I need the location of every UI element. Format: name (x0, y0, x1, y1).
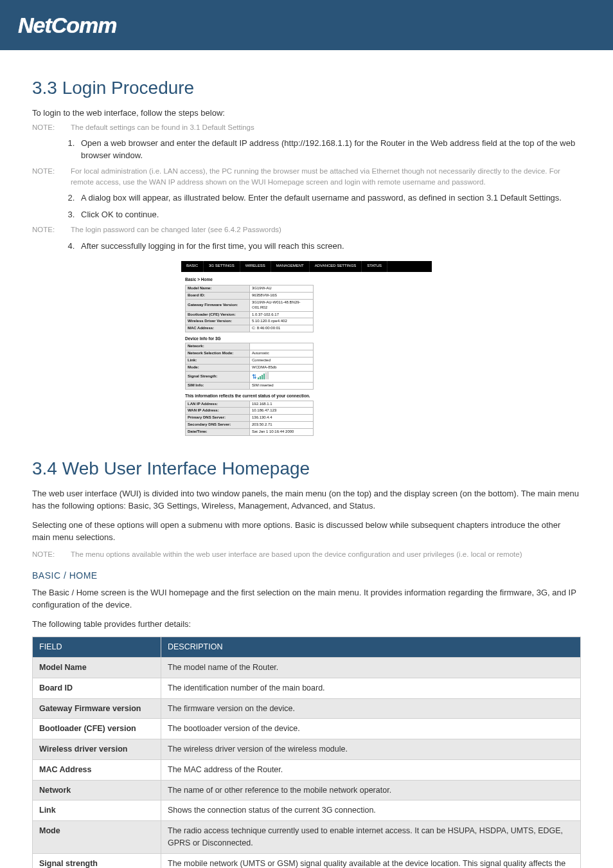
note-label: NOTE: (32, 224, 71, 235)
th-field: FIELD (33, 637, 161, 658)
info-key: Network: (186, 343, 250, 350)
info-value: 136.130.4.4 (250, 415, 314, 422)
note-label: NOTE: (32, 122, 71, 133)
wui-tabs: BASIC3G SETTINGSWIRELESSMANAGEMENTADVANC… (181, 261, 432, 272)
field-name: Network (33, 780, 161, 800)
info-value: Automatic (250, 350, 314, 357)
info-value: Sat Jan 1 10:16:44 2000 (250, 428, 314, 435)
info-key: Board ID: (186, 293, 250, 300)
info-key: LAN IP Address: (186, 401, 250, 408)
info-value: WCDMA-85db (250, 364, 314, 371)
info-key: SIM Info: (186, 383, 250, 390)
note-2: NOTE: For local administration (i.e. LAN… (32, 166, 581, 188)
field-name: MAC Address (33, 759, 161, 780)
note-text: The default settings can be found in 3.1… (71, 122, 581, 133)
wui-tab: WIRELESS (240, 261, 271, 272)
table-row: NetworkThe name of or other reference to… (33, 780, 581, 800)
info-value: 203.50.2.71 (250, 421, 314, 428)
device-info-heading: Device Info for 3G (185, 336, 428, 341)
info-key: Bootloader (CFE) Version: (186, 311, 250, 318)
wui-tab: STATUS (362, 261, 387, 272)
info-value: SIM inserted (250, 383, 314, 390)
info-value: ⇅ (250, 371, 314, 383)
field-name: Wireless driver version (33, 739, 161, 760)
wui-tab: MANAGEMENT (271, 261, 310, 272)
field-description: The name of or other reference to the mo… (161, 780, 581, 800)
note-text: For local administration (i.e. LAN acces… (71, 166, 581, 188)
wui-heading: 3.4 Web User Interface Homepage (32, 455, 581, 482)
field-description: The bootloader version of the device. (161, 719, 581, 739)
steps-list-c: After successfully logging in for the fi… (58, 240, 581, 253)
wui-para1: The web user interface (WUI) is divided … (32, 487, 581, 512)
step-4: After successfully logging in for the fi… (77, 240, 581, 253)
info-key: Primary DNS Server: (186, 415, 250, 422)
info-key: Date/Time: (186, 428, 250, 435)
wui-tab: ADVANCED SETTINGS (310, 261, 362, 272)
info-value: 3G19W-AU (250, 285, 314, 293)
wui-shot: BASIC3G SETTINGSWIRELESSMANAGEMENTADVANC… (181, 261, 432, 444)
field-name: Link (33, 800, 161, 821)
note-label: NOTE: (32, 549, 71, 560)
info-value: 96358VW-16S (250, 293, 314, 300)
wui-note: NOTE: The menu options available within … (32, 549, 581, 560)
brand-logo: NetComm (18, 9, 117, 42)
step-1: Open a web browser and enter the default… (77, 137, 581, 162)
step-3: Click OK to continue. (77, 208, 581, 221)
wui-tab: 3G SETTINGS (204, 261, 240, 272)
note-text: The login password can be changed later … (71, 224, 581, 235)
info-value: 10.186.47.123 (250, 408, 314, 415)
info-value: 1.0.37-102.6.17 (250, 311, 314, 318)
field-name: Gateway Firmware version (33, 698, 161, 719)
wui-para2: Selecting one of these options will open… (32, 519, 581, 544)
field-description-table: FIELD DESCRIPTION Model NameThe model na… (32, 637, 581, 868)
field-description: The firmware version on the device. (161, 698, 581, 719)
info-value: C: 8:46:00:00:01 (250, 325, 314, 332)
info-key: Secondary DNS Server: (186, 421, 250, 428)
info-key: MAC Address: (186, 325, 250, 332)
basic-home-para: The Basic / Home screen is the WUI homep… (32, 586, 581, 611)
info-value: 3G19W-AU-W011-48.BN29-O01.R02 (250, 300, 314, 312)
page-content: 3.3 Login Procedure To login to the web … (0, 50, 613, 868)
info-key: Network Selection Mode: (186, 350, 250, 357)
wui-screenshot: BASIC3G SETTINGSWIRELESSMANAGEMENTADVANC… (32, 261, 581, 444)
steps-list-a: Open a web browser and enter the default… (58, 137, 581, 162)
info-value: 192.168.1.1 (250, 401, 314, 408)
info-block-3: LAN IP Address:192.168.1.1WAN IP Address… (185, 401, 314, 436)
login-intro: To login to the web interface, follow th… (32, 107, 581, 120)
table-row: Bootloader (CFE) versionThe bootloader v… (33, 719, 581, 739)
info-value (250, 343, 314, 350)
field-description: The wireless driver version of the wirel… (161, 739, 581, 760)
field-name: Signal strength (33, 853, 161, 868)
th-description: DESCRIPTION (161, 637, 581, 658)
field-description: The mobile network (UMTS or GSM) signal … (161, 853, 581, 868)
info-key: WAN IP Address: (186, 408, 250, 415)
info-key: Model Name: (186, 285, 250, 293)
info-value: 5.10.120.0.cpe4.402 (250, 318, 314, 325)
field-name: Board ID (33, 678, 161, 698)
table-row: MAC AddressThe MAC address of the Router… (33, 759, 581, 780)
note-text: The menu options available within the we… (71, 549, 581, 560)
info-block-1: Model Name:3G19W-AUBoard ID:96358VW-16SG… (185, 285, 314, 332)
field-description: The MAC address of the Router. (161, 759, 581, 780)
field-name: Bootloader (CFE) version (33, 719, 161, 739)
step-2: A dialog box will appear, as illustrated… (77, 192, 581, 204)
info-key: Link: (186, 357, 250, 365)
table-row: Board IDThe identification number of the… (33, 678, 581, 698)
info-value: Connected (250, 357, 314, 365)
basic-home-heading: BASIC / HOME (32, 569, 581, 583)
field-name: Model Name (33, 658, 161, 678)
field-name: Mode (33, 821, 161, 854)
info-block-2: Network:Network Selection Mode:Automatic… (185, 343, 314, 390)
note-label: NOTE: (32, 166, 71, 188)
header-banner: NetComm (0, 0, 613, 50)
info-key: Wireless Driver Version: (186, 318, 250, 325)
table-intro: The following table provides further det… (32, 618, 581, 631)
wui-body: Basic > Home Model Name:3G19W-AUBoard ID… (181, 272, 432, 444)
note-3: NOTE: The login password can be changed … (32, 224, 581, 235)
info-key: Mode: (186, 364, 250, 371)
field-description: The model name of the Router. (161, 658, 581, 678)
table-row: Signal strengthThe mobile network (UMTS … (33, 853, 581, 868)
breadcrumb: Basic > Home (185, 277, 428, 282)
steps-list-b: A dialog box will appear, as illustrated… (58, 192, 581, 221)
login-heading: 3.3 Login Procedure (32, 75, 581, 102)
